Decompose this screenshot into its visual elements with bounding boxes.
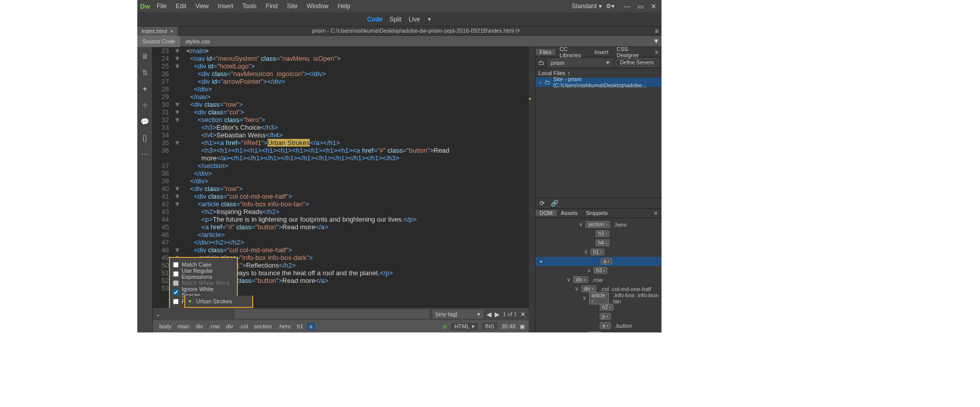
styles-css-tab[interactable]: styles.css [180, 36, 215, 47]
split-view-button[interactable]: Split [389, 16, 401, 23]
dom-node[interactable]: ∨div ›.row [535, 275, 662, 284]
panel-tab[interactable]: Assets [557, 210, 582, 216]
panel-menu-icon[interactable]: ≡ [651, 49, 662, 55]
workspace-switcher[interactable]: Standard ▾ ⚙▾ [572, 3, 619, 10]
code-view-button[interactable]: Code [367, 16, 382, 23]
sync-settings-icon[interactable]: ⚙▾ [606, 3, 615, 10]
dom-node[interactable]: h2 › [535, 330, 662, 333]
git-icon[interactable]: ⇅ [142, 68, 148, 77]
breadcrumb-item[interactable]: .hero [276, 323, 293, 330]
next-match-button[interactable]: ▶ [495, 310, 500, 318]
wand-icon[interactable]: ✦ [142, 85, 148, 93]
insert-mode[interactable]: INS [482, 323, 497, 330]
scrollbar[interactable] [529, 47, 535, 332]
target-icon[interactable]: ✧ [142, 101, 148, 109]
find-input-display[interactable]: Urban Strokes [196, 298, 232, 304]
panel-menu-icon[interactable]: ≡ [650, 210, 662, 216]
dom-node[interactable]: ∨section ›.hero [535, 220, 662, 229]
dom-node[interactable]: +a › [535, 257, 662, 266]
panel-tab[interactable]: Snippets [582, 210, 612, 216]
breadcrumb-item[interactable]: body [157, 323, 174, 330]
document-path: prism - C:\Users\nishkuma\Desktop\adobe-… [178, 28, 655, 34]
breadcrumb: bodymaindiv.rowdiv.colsection.heroh1a [157, 323, 315, 330]
folder-icon: 🗀 [545, 79, 550, 85]
menu-window[interactable]: Window [307, 3, 329, 10]
refresh-icon[interactable]: ⟳ [540, 200, 545, 207]
cursor-position: 35:48 [501, 323, 516, 329]
define-servers-button[interactable]: Define Servers [616, 59, 658, 66]
dom-node[interactable]: h3 › [535, 229, 662, 238]
panel-tab[interactable]: CC Libraries [555, 46, 590, 58]
site-dropdown[interactable]: prism▾ [548, 58, 612, 67]
main-menu: FileEditViewInsertToolsFindSiteWindowHel… [153, 3, 350, 10]
dom-node[interactable]: p › [535, 312, 662, 321]
close-find-button[interactable]: ✕ [520, 310, 526, 318]
site-root-row[interactable]: › 🗀 Site - prism (C:\Users\nishkuma\Desk… [535, 78, 662, 87]
maximize-button[interactable]: ▭ [638, 3, 644, 10]
menu-site[interactable]: Site [287, 3, 298, 10]
panel-tabs: FilesCC LibrariesInsertCSS Designer≡ [535, 47, 662, 57]
dom-node[interactable]: >h3 › [535, 266, 662, 275]
app-window: Dw FileEditViewInsertToolsFindSiteWindow… [137, 0, 662, 332]
brackets-icon[interactable]: {} [142, 134, 147, 142]
breadcrumb-item[interactable]: .row [207, 323, 223, 330]
breadcrumb-item[interactable]: h1 [295, 323, 306, 330]
close-button[interactable]: ✕ [651, 3, 656, 10]
source-code-tab[interactable]: Source Code [137, 36, 180, 47]
tag-filter-dropdown[interactable]: [any tag]▾ [432, 309, 483, 319]
breadcrumb-item[interactable]: a [307, 323, 315, 330]
caret-down-icon: ▾ [599, 3, 602, 10]
live-view-button[interactable]: Live [409, 16, 420, 23]
dom-node[interactable]: ∨h1 › [535, 248, 662, 257]
preview-icon[interactable]: ▣ [520, 323, 525, 330]
code-toolbar: 🗎 ⇅ ✦ ✧ 💬 {} ⋯ [137, 47, 153, 332]
titlebar: Dw FileEditViewInsertToolsFindSiteWindow… [137, 0, 662, 12]
sort-up-icon: ↑ [568, 70, 571, 76]
menu-insert[interactable]: Insert [218, 3, 233, 10]
breadcrumb-item[interactable]: .col [237, 323, 251, 330]
status-ok-icon: ⊘ [443, 323, 447, 330]
site-selector-row: 🗀 prism▾ Define Servers [535, 57, 662, 68]
prev-match-button[interactable]: ◀ [486, 310, 492, 318]
dom-node[interactable]: a ›.button [535, 321, 662, 330]
menu-view[interactable]: View [195, 3, 209, 10]
file-tab[interactable]: index.html × [137, 27, 178, 36]
folder-icon: 🗀 [538, 59, 545, 66]
dom-node[interactable]: ∨article ›.info-box .info-box-tan [535, 294, 662, 303]
menu-tools[interactable]: Tools [242, 3, 257, 10]
filter-icon[interactable]: ▼ [653, 37, 659, 45]
caret-down-icon[interactable]: ▼ [427, 17, 432, 22]
panel-tab[interactable]: DOM [535, 210, 557, 216]
menu-file[interactable]: File [157, 3, 166, 10]
breadcrumb-item[interactable]: section [252, 323, 275, 330]
menu-find[interactable]: Find [266, 3, 278, 10]
use-regex-checkbox[interactable]: Use Regular Expressions [173, 269, 234, 278]
close-tab-icon[interactable]: × [170, 28, 173, 34]
dom-node[interactable]: h4 › [535, 238, 662, 248]
doctype-dropdown[interactable]: HTML▾ [451, 323, 478, 330]
find-input[interactable] [235, 309, 429, 319]
menu-help[interactable]: Help [338, 3, 351, 10]
view-mode-bar: Code Split Live ▼ [137, 12, 662, 27]
panel-menu-icon[interactable]: ≡ [655, 28, 662, 35]
related-files-bar: Source Code styles.css ▼ [137, 36, 662, 47]
breadcrumb-item[interactable]: main [175, 323, 192, 330]
status-bar: bodymaindiv.rowdiv.colsection.heroh1a ⊘ … [153, 320, 529, 332]
panel-tab[interactable]: Insert [590, 49, 612, 55]
readonly-icon: ⟳ [516, 28, 520, 34]
minimize-button[interactable]: — [624, 3, 630, 10]
dom-tree[interactable]: ∨section ›.heroh3 ›h4 ›∨h1 ›+a ›>h3 ›∨di… [535, 218, 662, 333]
find-filter-icon[interactable]: ▾. [188, 298, 193, 305]
breadcrumb-item[interactable]: div [193, 323, 206, 330]
file-icon[interactable]: 🗎 [141, 52, 149, 60]
link-icon[interactable]: 🔗 [551, 200, 558, 207]
app-logo: Dw [137, 3, 153, 10]
panel-tab[interactable]: Files [535, 49, 555, 55]
more-icon[interactable]: ⋯ [141, 150, 149, 158]
comment-icon[interactable]: 💬 [140, 117, 149, 126]
breadcrumb-item[interactable]: div [224, 323, 236, 330]
panel-tab[interactable]: CSS Designer [612, 46, 651, 58]
dom-panel-tabs: DOMAssetsSnippets≡ [535, 209, 662, 218]
menu-edit[interactable]: Edit [176, 3, 186, 10]
expand-find-icon[interactable]: ⌄ [156, 311, 160, 318]
